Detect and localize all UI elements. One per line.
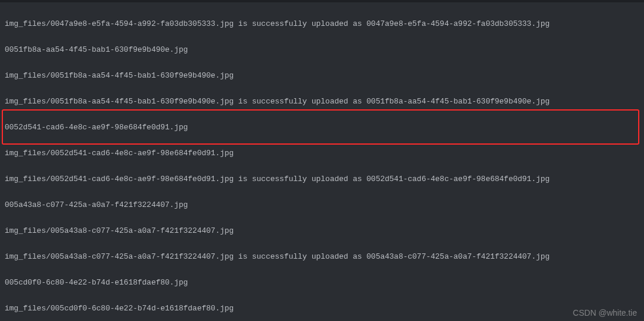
terminal-line: img_files/005a43a8-c077-425a-a0a7-f421f3… xyxy=(5,225,639,238)
terminal-line: img_files/0051fb8a-aa54-4f45-bab1-630f9e… xyxy=(5,95,639,108)
terminal-line: 0052d541-cad6-4e8c-ae9f-98e684fe0d91.jpg xyxy=(5,121,639,134)
terminal-line: img_files/0047a9e8-e5fa-4594-a992-fa03db… xyxy=(5,18,639,31)
terminal-line: 005a43a8-c077-425a-a0a7-f421f3224407.jpg xyxy=(5,199,639,212)
terminal-line: img_files/005a43a8-c077-425a-a0a7-f421f3… xyxy=(5,250,639,263)
terminal-line: 005cd0f0-6c80-4e22-b74d-e1618fdaef80.jpg xyxy=(5,276,639,289)
terminal-line: img_files/0051fb8a-aa54-4f45-bab1-630f9e… xyxy=(5,69,639,82)
terminal-line: img_files/0052d541-cad6-4e8c-ae9f-98e684… xyxy=(5,173,639,186)
terminal-line: 0051fb8a-aa54-4f45-bab1-630f9e9b490e.jpg xyxy=(5,44,639,56)
terminal-output[interactable]: img_files/0047a9e8-e5fa-4594-a992-fa03db… xyxy=(0,2,644,321)
terminal-line: img_files/0052d541-cad6-4e8c-ae9f-98e684… xyxy=(5,147,639,160)
terminal-line: img_files/005cd0f0-6c80-4e22-b74d-e1618f… xyxy=(5,302,639,315)
